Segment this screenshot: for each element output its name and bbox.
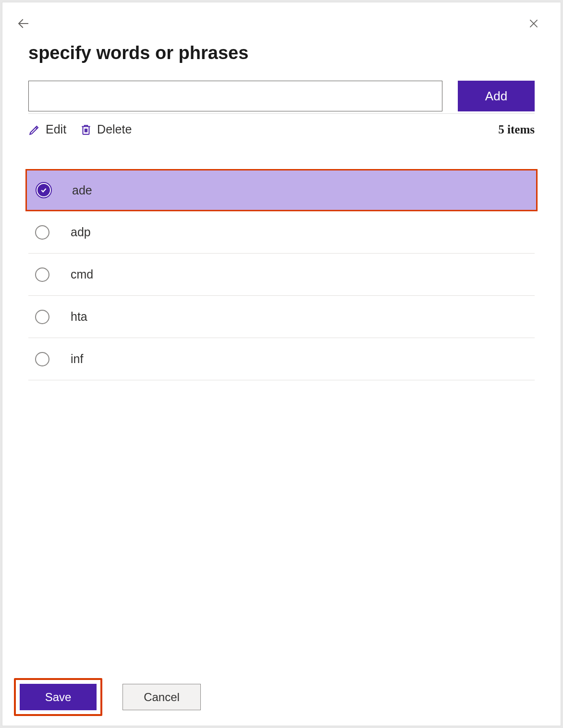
edit-label: Edit bbox=[46, 122, 66, 136]
add-button[interactable]: Add bbox=[458, 81, 535, 111]
item-checkbox[interactable] bbox=[35, 310, 49, 324]
arrow-left-icon bbox=[16, 16, 31, 31]
footer: Save Cancel bbox=[14, 678, 201, 716]
cancel-button[interactable]: Cancel bbox=[122, 684, 201, 710]
item-label: inf bbox=[71, 352, 83, 366]
delete-label: Delete bbox=[97, 122, 132, 136]
list-item[interactable]: hta bbox=[28, 296, 535, 338]
item-checkbox[interactable] bbox=[37, 183, 51, 197]
save-highlight: Save bbox=[14, 678, 102, 716]
delete-button[interactable]: Delete bbox=[80, 122, 132, 136]
item-checkbox[interactable] bbox=[35, 225, 49, 240]
list-item[interactable]: inf bbox=[28, 338, 535, 380]
back-button[interactable] bbox=[14, 14, 33, 33]
items-count: 5 items bbox=[498, 123, 535, 136]
toolbar: Edit Delete 5 items bbox=[28, 122, 535, 145]
list-item[interactable]: cmd bbox=[28, 254, 535, 296]
pencil-icon bbox=[28, 123, 41, 136]
item-label: cmd bbox=[71, 267, 93, 281]
check-icon bbox=[40, 186, 48, 194]
item-label: ade bbox=[72, 183, 92, 197]
content-area: specify words or phrases Add Edit bbox=[2, 33, 561, 380]
close-button[interactable] bbox=[524, 14, 543, 33]
svg-line-3 bbox=[36, 127, 37, 129]
word-list: ade adp cmd bbox=[28, 169, 535, 380]
item-label: hta bbox=[71, 310, 87, 324]
list-item[interactable]: ade bbox=[25, 169, 538, 211]
item-checkbox[interactable] bbox=[35, 267, 49, 282]
close-icon bbox=[527, 17, 540, 30]
toolbar-left: Edit Delete bbox=[28, 122, 132, 136]
item-checkbox[interactable] bbox=[35, 352, 49, 366]
page-title: specify words or phrases bbox=[28, 43, 535, 63]
edit-button[interactable]: Edit bbox=[28, 122, 66, 136]
top-bar bbox=[2, 2, 561, 33]
input-row: Add bbox=[28, 81, 535, 111]
word-input[interactable] bbox=[28, 81, 442, 111]
save-button[interactable]: Save bbox=[20, 684, 97, 710]
divider bbox=[28, 113, 535, 114]
list-item[interactable]: adp bbox=[28, 211, 535, 254]
item-label: adp bbox=[71, 225, 91, 239]
trash-icon bbox=[80, 123, 92, 136]
dialog-panel: specify words or phrases Add Edit bbox=[2, 2, 561, 726]
